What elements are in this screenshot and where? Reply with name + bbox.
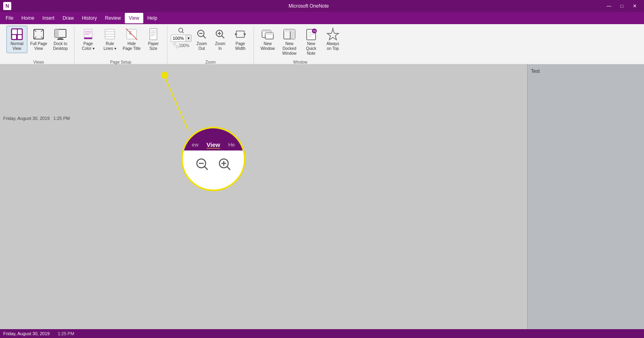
magnifier-icons-area bbox=[190, 150, 237, 180]
close-button[interactable]: ✕ bbox=[629, 2, 641, 10]
svg-rect-14 bbox=[84, 37, 92, 39]
svg-rect-7 bbox=[55, 29, 59, 37]
menu-help[interactable]: Help bbox=[143, 13, 161, 23]
zoom-in-icon bbox=[214, 28, 227, 41]
svg-rect-13 bbox=[85, 34, 89, 35]
title-bar: N Microsoft OneNote — □ ✕ bbox=[0, 0, 644, 12]
svg-rect-9 bbox=[57, 39, 64, 40]
normal-view-label: NormalView bbox=[10, 41, 23, 51]
dock-to-desktop-icon bbox=[54, 28, 67, 41]
page-width-button[interactable]: Page Width bbox=[230, 26, 250, 53]
svg-line-28 bbox=[182, 32, 184, 33]
svg-rect-2 bbox=[18, 29, 22, 34]
svg-line-65 bbox=[227, 167, 230, 170]
dock-to-desktop-button[interactable]: Dock toDesktop bbox=[50, 26, 71, 53]
status-time: 1:25 PM bbox=[58, 331, 74, 336]
hide-page-title-button[interactable]: T HidePage Title bbox=[121, 26, 142, 53]
right-panel: Test bbox=[527, 64, 644, 329]
new-quick-note-label: New QuickNote bbox=[302, 41, 320, 56]
yellow-dot-indicator bbox=[161, 72, 168, 79]
svg-rect-50 bbox=[284, 29, 295, 31]
always-on-top-icon bbox=[326, 28, 339, 41]
page-color-icon bbox=[82, 28, 95, 41]
svg-text:N: N bbox=[313, 29, 316, 33]
magnifier-zoom-out-icon bbox=[195, 157, 209, 173]
svg-marker-42 bbox=[245, 33, 246, 35]
rule-lines-icon bbox=[103, 28, 116, 41]
magnifier-zoom-in-icon bbox=[217, 157, 232, 173]
new-window-icon bbox=[261, 28, 274, 41]
svg-rect-11 bbox=[85, 31, 91, 32]
ribbon-group-window: NewWindow New DockedWindow bbox=[254, 26, 347, 66]
svg-point-27 bbox=[179, 28, 183, 32]
normal-view-button[interactable]: NormalView bbox=[6, 26, 27, 53]
menu-review[interactable]: Review bbox=[101, 13, 125, 23]
always-on-top-button[interactable]: Alwayson Top bbox=[322, 26, 343, 53]
new-docked-window-icon bbox=[283, 28, 296, 41]
title-bar-controls: — □ ✕ bbox=[603, 2, 641, 10]
menu-file[interactable]: File bbox=[2, 13, 17, 23]
status-date-page: Friday, August 30, 2019 1:25 PM bbox=[3, 116, 70, 121]
svg-rect-38 bbox=[236, 31, 244, 37]
maximize-button[interactable]: □ bbox=[616, 2, 628, 10]
menu-draw[interactable]: Draw bbox=[58, 13, 78, 23]
svg-rect-1 bbox=[12, 29, 17, 34]
ribbon: NormalView Full PageView bbox=[0, 24, 644, 64]
menu-bar: File Home Insert Draw History Review Vie… bbox=[0, 12, 644, 24]
menu-history[interactable]: History bbox=[78, 13, 101, 23]
zoom-dropdown[interactable]: ▼ bbox=[186, 35, 191, 41]
page-width-label: Page Width bbox=[231, 41, 249, 51]
zoom-in-button[interactable]: ZoomIn bbox=[212, 26, 229, 53]
svg-rect-3 bbox=[12, 35, 16, 39]
always-on-top-label: Alwayson Top bbox=[326, 41, 339, 51]
new-docked-window-label: New DockedWindow bbox=[280, 41, 299, 56]
status-bar: Friday, August 30, 2019 1:25 PM bbox=[0, 329, 644, 338]
ribbon-group-views: NormalView Full PageView bbox=[3, 26, 74, 66]
svg-line-58 bbox=[164, 76, 188, 131]
page-color-button[interactable]: PageColor ▾ bbox=[78, 26, 99, 53]
rule-lines-label: RuleLines ▾ bbox=[103, 41, 116, 51]
svg-rect-30 bbox=[176, 46, 178, 48]
zoom-input[interactable] bbox=[171, 36, 186, 41]
zoom-percent-icon bbox=[173, 43, 179, 48]
new-window-label: NewWindow bbox=[260, 41, 275, 51]
menu-home[interactable]: Home bbox=[17, 13, 38, 23]
main-area: ew View He bbox=[0, 64, 644, 329]
ribbon-group-zoom: ▼ 100% bbox=[167, 26, 254, 66]
hide-page-title-icon: T bbox=[125, 28, 138, 41]
magnifier-circle: ew View He bbox=[181, 127, 246, 191]
menu-view[interactable]: View bbox=[125, 13, 143, 23]
zoom-out-icon bbox=[195, 28, 208, 41]
full-page-view-label: Full PageView bbox=[30, 41, 47, 51]
new-quick-note-button[interactable]: N New QuickNote bbox=[301, 26, 322, 58]
paper-size-label: PaperSize bbox=[148, 41, 159, 51]
zoom-in-label: ZoomIn bbox=[215, 41, 225, 51]
menu-insert[interactable]: Insert bbox=[38, 13, 58, 23]
svg-rect-44 bbox=[262, 30, 271, 32]
zoom-magnifier-icon bbox=[178, 27, 184, 34]
zoom-page-width-label: 100% bbox=[179, 43, 190, 48]
zoom-input-row[interactable]: ▼ bbox=[171, 35, 192, 42]
status-date: Friday, August 30, 2019 bbox=[3, 331, 50, 336]
new-window-button[interactable]: NewWindow bbox=[257, 26, 278, 53]
zoom-out-button[interactable]: ZoomOut bbox=[193, 26, 210, 53]
minimize-button[interactable]: — bbox=[603, 2, 615, 10]
svg-rect-4 bbox=[18, 35, 22, 39]
app-icon: N bbox=[3, 2, 11, 10]
magnifier-menu-ew: ew bbox=[192, 142, 198, 148]
page-area: ew View He bbox=[0, 64, 527, 329]
zoom-out-label: ZoomOut bbox=[196, 41, 207, 51]
normal-view-icon bbox=[10, 28, 23, 41]
title-bar-title: Microsoft OneNote bbox=[14, 3, 603, 9]
paper-size-button[interactable]: PaperSize bbox=[143, 26, 164, 53]
paper-size-icon bbox=[147, 28, 160, 41]
full-page-view-button[interactable]: Full PageView bbox=[28, 26, 49, 53]
magnifier-menu-view: View bbox=[206, 141, 220, 148]
new-docked-window-button[interactable]: New DockedWindow bbox=[279, 26, 300, 58]
svg-line-33 bbox=[203, 36, 206, 38]
svg-line-61 bbox=[204, 167, 208, 170]
new-quick-note-icon: N bbox=[305, 28, 318, 41]
svg-marker-41 bbox=[235, 33, 236, 35]
page-width-icon bbox=[234, 28, 247, 41]
rule-lines-button[interactable]: RuleLines ▾ bbox=[99, 26, 120, 53]
